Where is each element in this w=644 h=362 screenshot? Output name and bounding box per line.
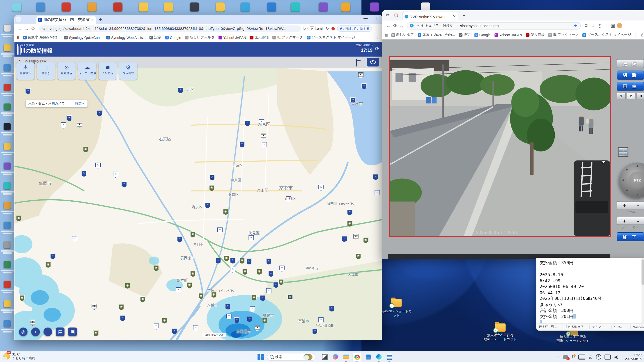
marker-water-level-white[interactable]: ≈ [217, 227, 223, 233]
edge-icon[interactable] [375, 352, 383, 361]
bookmark-item[interactable]: ●気象庁 Japan Mete... [418, 32, 455, 37]
extension-ime-icon[interactable]: あ [310, 26, 314, 31]
dvr-exit-button[interactable]: 終 了 [617, 232, 644, 241]
marker-river-camera[interactable]: ◉ [93, 330, 99, 336]
window-minimize-button[interactable]: — [639, 12, 643, 17]
marker-gauge-striped[interactable]: ▼ [358, 72, 364, 78]
marker-river-camera[interactable]: ◉ [356, 253, 361, 259]
sync-icon[interactable]: ↻ [324, 26, 331, 30]
desktop-shortcut-icon[interactable] [0, 122, 15, 139]
marker-river-camera[interactable]: ◉ [363, 237, 368, 243]
zoom-in-button[interactable]: ＋ [31, 328, 40, 336]
marker-river-camera[interactable]: ◉ [19, 295, 25, 301]
marker-river-camera[interactable]: ◉ [223, 209, 228, 215]
capture-icon[interactable]: ▣ [610, 23, 616, 28]
bookmark-item[interactable]: ◍ソースネクスト マイページ [307, 35, 355, 40]
alert-info-button[interactable]: ⚠発表情報 [16, 62, 34, 80]
marker-water-level-white[interactable]: ≈ [72, 236, 77, 242]
bookmark-item[interactable]: ▤新しいタブ [391, 32, 414, 37]
marker-water-level-navy[interactable]: ≈ [225, 304, 230, 310]
marker-river-camera[interactable]: ◉ [262, 318, 267, 324]
marker-water-level-navy[interactable]: ≈ [247, 259, 252, 265]
desktop-shortcut-icon[interactable] [0, 241, 15, 257]
marker-water-level-white[interactable]: ≈ [375, 190, 380, 196]
bookmark-item[interactable]: ⚙設定 [149, 35, 161, 40]
ptz-center[interactable]: PTZ [629, 171, 644, 189]
marker-water-level-navy[interactable]: ≈ [172, 328, 177, 334]
desktop-shortcut-icon[interactable] [319, 3, 328, 12]
focus-out-button[interactable]: - [637, 218, 639, 224]
bookmark-item[interactable]: ▭IE ブックマーク [272, 35, 303, 40]
desktop-shortcut-icon[interactable] [0, 103, 15, 119]
marker-river-camera[interactable]: ◉ [251, 295, 257, 301]
profile-avatar[interactable] [617, 23, 622, 28]
marker-water-level-navy[interactable]: ≈ [178, 87, 183, 94]
window-minimize-button[interactable]: — [364, 16, 368, 21]
tray-expand-icon[interactable]: ⌃ [556, 355, 559, 359]
marker-water-level-navy[interactable]: ≈ [273, 282, 278, 288]
copilot-icon[interactable] [331, 352, 340, 361]
dvr-focus-control[interactable]: + - [617, 217, 644, 225]
site-info-icon[interactable]: ⊕ [42, 26, 45, 30]
marker-water-level-navy[interactable]: ≈ [268, 271, 273, 277]
desktop-shortcut-icon[interactable] [216, 3, 225, 12]
cctv-video-frame[interactable]: 2025-08-15 17:20:51 [389, 56, 611, 237]
desktop-shortcut-icon[interactable] [139, 3, 148, 12]
marker-home-station[interactable]: ⌂ [210, 174, 215, 180]
marker-water-level-navy[interactable]: ≈ [239, 142, 245, 148]
radar-rain-button[interactable]: ☁レーダー雨量 [78, 62, 96, 80]
favorites-icon[interactable]: ☆ [590, 23, 596, 28]
desktop-shortcut-icon[interactable] [62, 3, 71, 12]
marker-water-level-navy[interactable]: ≈ [347, 209, 352, 215]
marker-water-level-white[interactable]: ≈ [262, 142, 267, 148]
zoom-out-button[interactable]: - [637, 202, 639, 208]
marker-water-level-navy[interactable]: ≈ [205, 202, 210, 208]
marker-river-camera[interactable]: ◉ [119, 304, 124, 310]
marker-gauge-striped[interactable]: ▼ [353, 234, 358, 240]
marker-river-camera[interactable]: ◉ [125, 283, 130, 289]
new-tab-button[interactable]: + [99, 17, 102, 23]
locate-button[interactable]: ◎ [19, 328, 27, 336]
new-tab-button[interactable]: + [462, 13, 465, 19]
reload-icon[interactable]: ⟳ [392, 23, 398, 28]
split-screen-icon[interactable]: ⧉ [583, 23, 590, 28]
history-icon[interactable]: ◷ [596, 23, 603, 28]
desktop-shortcut-icon[interactable] [0, 142, 15, 158]
marker-water-level-white[interactable]: ≈ [266, 288, 271, 294]
chrome-active-tab[interactable]: 川 川の防災情報 - 国土交通省 ✕ [36, 16, 96, 24]
forward-icon[interactable]: → [23, 26, 30, 31]
marker-river-camera[interactable]: ◉ [140, 296, 145, 302]
desktop-shortcut-icon[interactable] [0, 319, 15, 336]
marker-water-level-navy[interactable]: ≈ [373, 174, 378, 180]
zoom-out-button[interactable]: － [44, 328, 52, 336]
bookmark-item[interactable]: ▭IE ブックマーク [548, 32, 579, 37]
desktop-shortcut-icon[interactable] [190, 3, 199, 12]
bookmark-item[interactable]: ●気象庁 Japan Mete... [23, 35, 60, 40]
marker-water-level-navy[interactable]: ≈ [97, 110, 102, 116]
bookmark-item[interactable]: R楽天市場 [250, 35, 269, 40]
marker-gauge-striped[interactable]: ▼ [77, 122, 82, 128]
dvr-ptz-dial[interactable]: PTZ ▲ ▲ ▲ ▲ ▲ ▲ ▲ ▲ [620, 163, 644, 198]
marker-river-camera[interactable]: ◉ [257, 269, 262, 275]
desktop-shortcut-icon[interactable] [0, 24, 15, 40]
edge-active-tab[interactable]: e DVR ActiveX Viewer ✕ [402, 12, 458, 20]
desktop-shortcut-icon[interactable] [0, 43, 15, 60]
marker-river-camera[interactable]: ◉ [162, 318, 167, 324]
ime-mode-indicator[interactable]: あ [589, 354, 593, 360]
marker-water-level-white[interactable]: ≈ [230, 267, 235, 273]
marker-river-camera[interactable]: ◉ [347, 221, 352, 227]
marker-water-level-navy[interactable]: ≈ [247, 316, 252, 322]
registered-point-button[interactable]: ⊙登録地点 [58, 62, 76, 80]
dvr-connect-button[interactable]: 接 続 [617, 59, 644, 68]
observatory-button[interactable]: ⌂観測所 [37, 62, 55, 80]
marker-water-level-navy[interactable]: ≈ [177, 236, 182, 242]
desktop-shortcut-icon[interactable] [88, 3, 97, 12]
dvr-play-button[interactable]: 再 生 [617, 82, 644, 91]
flood-assumption-button[interactable]: ≋浸水想定 [99, 62, 117, 80]
marker-river-camera[interactable]: ◉ [242, 269, 248, 275]
marker-water-level-white[interactable]: ≈ [318, 185, 324, 191]
marker-gauge-striped[interactable]: ▼ [92, 304, 97, 310]
tab-close-icon[interactable]: ✕ [453, 14, 456, 18]
relaunch-update-button[interactable]: 再起動して更新する [337, 25, 372, 31]
back-icon[interactable]: ← [385, 23, 392, 28]
